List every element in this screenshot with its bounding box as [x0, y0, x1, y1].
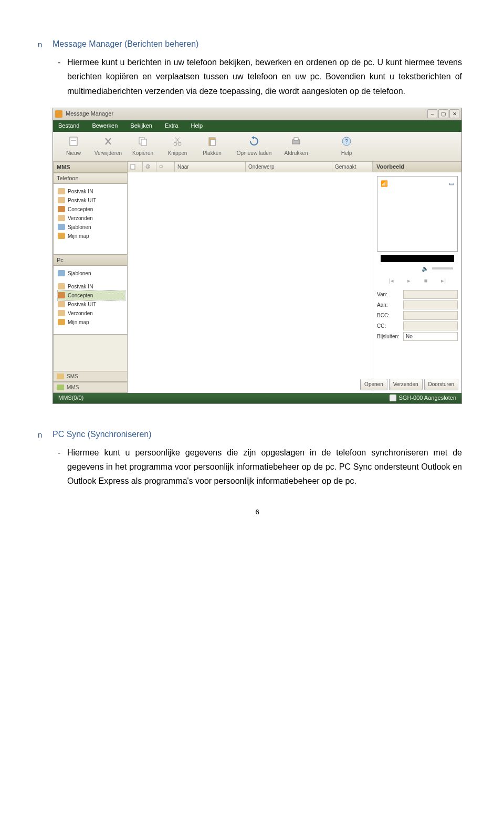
menu-bekijken[interactable]: Bekijken: [130, 121, 152, 131]
menu-help[interactable]: Help: [191, 121, 203, 131]
tb-verwijderen[interactable]: Verwijderen: [92, 133, 124, 160]
section-heading-message-manager: n Message Manager (Berichten beheren): [38, 37, 462, 51]
sms-icon: [57, 374, 64, 379]
sidebar-header-mms[interactable]: MMS: [53, 162, 128, 173]
tree-item-sjablonen-pc[interactable]: Sjablonen: [58, 269, 125, 278]
col-icon-1[interactable]: [128, 162, 143, 172]
toolbar: Nieuw Verwijderen Kopiëren Knippen Plakk…: [53, 132, 461, 162]
tree-label: Postvak UIT: [68, 300, 96, 309]
help-icon: ?: [340, 136, 353, 147]
window-titlebar: Message Manager – ▢ ✕: [53, 108, 461, 120]
openen-button[interactable]: Openen: [360, 379, 387, 390]
tb-help[interactable]: ? Help: [330, 133, 363, 160]
close-button[interactable]: ✕: [449, 109, 459, 118]
message-list[interactable]: [128, 172, 373, 393]
tb-label: Verwijderen: [94, 149, 122, 158]
svg-rect-17: [131, 164, 135, 169]
templates-icon: [58, 224, 65, 230]
tree-item-postvak-in[interactable]: Postvak IN: [58, 187, 125, 196]
inbox-icon: [58, 283, 65, 289]
tree-item-sjablonen[interactable]: Sjablonen: [58, 223, 125, 232]
menubar: Bestand Bewerken Bekijken Extra Help: [53, 120, 461, 132]
next-button[interactable]: ▸|: [441, 276, 446, 286]
col-icon-2[interactable]: @: [143, 162, 156, 172]
templates-icon: [58, 270, 65, 276]
menu-bewerken[interactable]: Bewerken: [92, 121, 118, 131]
bullet-marker: n: [38, 38, 42, 51]
playback-progress[interactable]: [381, 255, 454, 262]
tree-item-verzonden[interactable]: Verzonden: [58, 214, 125, 223]
tree-item-verzonden-pc[interactable]: Verzonden: [58, 309, 125, 318]
tree-label: Postvak UIT: [68, 196, 96, 205]
page-icon: [130, 164, 135, 170]
drafts-icon: [58, 292, 65, 298]
tree-item-mijn-map[interactable]: Mijn map: [58, 232, 125, 241]
verzenden-button[interactable]: Verzenden: [389, 379, 423, 390]
volume-slider[interactable]: [432, 267, 453, 269]
tb-label: Nieuw: [66, 149, 81, 158]
signal-icon: 📶: [381, 179, 388, 185]
tb-kopieren[interactable]: Kopiëren: [127, 133, 159, 160]
preview-panel: Voorbeeld 📶 ▭ 🔈 |◂ ▸: [373, 162, 461, 393]
tb-label: Afdrukken: [284, 149, 308, 158]
sidebar-subheader-telefoon[interactable]: Telefoon: [53, 173, 128, 184]
maximize-button[interactable]: ▢: [438, 109, 448, 118]
tree-item-mijn-map-pc[interactable]: Mijn map: [58, 318, 125, 327]
section-heading-pc-sync: n PC Sync (Synchroniseren): [38, 427, 462, 441]
col-naar[interactable]: Naar: [175, 162, 246, 172]
play-button[interactable]: ▸: [407, 276, 411, 286]
tree-item-concepten[interactable]: Concepten: [58, 205, 125, 214]
bottom-tab-sms[interactable]: SMS: [53, 371, 128, 382]
doorsturen-button[interactable]: Doorsturen: [424, 379, 458, 390]
statusbar: MMS(0/0) SGH-000 Aangesloten: [53, 393, 461, 403]
tb-opnieuw-laden[interactable]: Opnieuw laden: [230, 133, 278, 160]
phone-preview: 📶 ▭: [377, 176, 458, 252]
app-icon: [55, 110, 62, 118]
tb-knippen[interactable]: Knippen: [161, 133, 194, 160]
window-title: Message Manager: [66, 109, 424, 119]
col-icon-3[interactable]: ▭: [156, 162, 175, 172]
svg-rect-14: [294, 138, 298, 140]
folder-icon: [58, 319, 65, 325]
tree-item-postvak-uit-pc[interactable]: Postvak UIT: [58, 300, 125, 309]
tb-label: Help: [341, 149, 352, 158]
svg-text:?: ?: [345, 138, 348, 144]
col-gemaakt[interactable]: Gemaakt: [332, 162, 373, 172]
tree-item-postvak-in-pc[interactable]: Postvak IN: [58, 282, 125, 291]
outbox-icon: [58, 197, 65, 203]
preview-fields: Van: Aan: BCC: CC: Bijsluiten:No: [373, 289, 461, 342]
playback-controls: |◂ ▸ ■ ▸|: [377, 275, 458, 289]
col-onderwerp[interactable]: Onderwerp: [246, 162, 332, 172]
stop-button[interactable]: ■: [424, 276, 428, 286]
tb-plakken[interactable]: Plakken: [196, 133, 228, 160]
tb-nieuw[interactable]: Nieuw: [57, 133, 90, 160]
field-label-aan: Aan:: [377, 300, 401, 309]
svg-rect-12: [211, 140, 215, 146]
tree-item-concepten-pc[interactable]: Concepten: [57, 290, 125, 300]
heading-text: PC Sync (Synchroniseren): [38, 430, 152, 439]
status-left: MMS(0/0): [58, 393, 83, 403]
message-list-panel: @ ▭ Naar Onderwerp Gemaakt: [128, 162, 373, 393]
folder-icon: [58, 233, 65, 239]
message-manager-screenshot: Message Manager – ▢ ✕ Bestand Bewerken B…: [52, 108, 462, 404]
bottom-tab-mms[interactable]: MMS: [53, 382, 128, 393]
menu-bestand[interactable]: Bestand: [58, 121, 79, 131]
paragraph-1-text: Hiermee kunt u berichten in uw telefoon …: [67, 55, 462, 98]
field-label-cc: CC:: [377, 321, 401, 330]
minimize-button[interactable]: –: [427, 109, 437, 118]
tb-label: Kopiëren: [132, 149, 153, 158]
sidebar-header-pc[interactable]: Pc: [53, 255, 128, 266]
dash-marker: -: [58, 445, 60, 460]
tree-item-postvak-uit[interactable]: Postvak UIT: [58, 196, 125, 205]
field-aan: [403, 300, 458, 309]
size-icon: ▭: [159, 163, 163, 170]
print-icon: [290, 136, 302, 147]
svg-rect-2: [71, 140, 76, 141]
svg-point-8: [178, 142, 181, 146]
tb-afdrukken[interactable]: Afdrukken: [280, 133, 312, 160]
prev-button[interactable]: |◂: [389, 276, 394, 286]
window-buttons: – ▢ ✕: [427, 109, 459, 118]
menu-extra[interactable]: Extra: [165, 121, 178, 131]
page-number: 6: [52, 506, 462, 518]
bullet-marker: n: [38, 428, 42, 442]
